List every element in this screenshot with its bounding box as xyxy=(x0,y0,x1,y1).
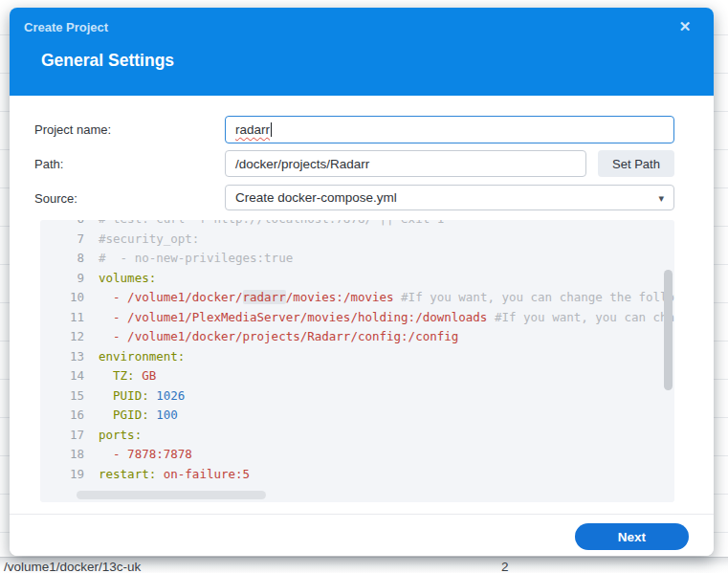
text-caret xyxy=(271,122,272,137)
project-name-label: Project name: xyxy=(34,122,111,137)
code-line: 9volumes: xyxy=(40,269,674,289)
code-line: 19restart: on-failure:5 xyxy=(40,465,674,485)
path-label: Path: xyxy=(34,157,63,171)
dialog-title: Create Project xyxy=(24,20,108,34)
code-line: 14 TZ: GB xyxy=(40,366,674,386)
line-number: 6 xyxy=(40,220,84,230)
code-line: 10 - /volume1/docker/radarr/movies:/movi… xyxy=(40,288,674,308)
line-number: 10 xyxy=(40,288,84,308)
code-line: 18 - 7878:7878 xyxy=(40,445,674,465)
source-label: Source: xyxy=(34,191,77,206)
line-number: 11 xyxy=(40,308,84,328)
create-project-dialog: Create Project ✕ General Settings Projec… xyxy=(10,8,714,556)
next-button[interactable]: Next xyxy=(575,523,689,550)
code-line: 7#security_opt: xyxy=(40,230,674,250)
source-selected-value: Create docker-compose.yml xyxy=(235,190,397,205)
vertical-scrollbar-thumb[interactable] xyxy=(664,270,673,390)
line-number: 7 xyxy=(40,230,84,250)
line-number: 16 xyxy=(40,406,84,426)
line-number: 19 xyxy=(40,465,84,485)
dialog-header: Create Project ✕ General Settings xyxy=(10,8,714,96)
code-line: 15 PUID: 1026 xyxy=(40,386,674,407)
section-title: General Settings xyxy=(41,51,174,71)
chevron-down-icon: ▾ xyxy=(658,191,664,204)
path-input[interactable]: /docker/projects/Radarr xyxy=(225,150,586,177)
project-name-input[interactable]: radarr xyxy=(225,116,674,143)
code-line: 8# - no-new-privileges:true xyxy=(40,249,674,269)
line-number: 9 xyxy=(40,269,84,289)
path-value: /docker/projects/Radarr xyxy=(235,157,369,171)
background-row-path: /volume1/docker/13c-uk xyxy=(4,560,141,573)
code-line: 12 - /volume1/docker/projects/Radarr/con… xyxy=(40,327,674,347)
background-row-count: 2 xyxy=(501,560,509,573)
horizontal-scrollbar-thumb[interactable] xyxy=(77,491,266,499)
project-name-value: radarr xyxy=(235,122,270,137)
line-number: 17 xyxy=(40,426,84,446)
code-line: 16 PGID: 100 xyxy=(40,406,674,426)
background-table-row: /volume1/docker/13c-uk 2 xyxy=(0,557,728,573)
compose-yaml-editor[interactable]: 6# test: curl -f http://localhost:7878/ … xyxy=(40,220,674,502)
line-number: 18 xyxy=(40,445,84,465)
line-number: 8 xyxy=(40,249,84,269)
close-icon[interactable]: ✕ xyxy=(675,17,695,36)
line-number: 12 xyxy=(40,327,84,347)
line-number: 14 xyxy=(40,366,84,386)
line-number: 15 xyxy=(40,386,84,407)
dialog-footer: Next xyxy=(10,514,714,556)
set-path-button[interactable]: Set Path xyxy=(598,150,674,177)
code-line: 6# test: curl -f http://localhost:7878/ … xyxy=(40,220,674,230)
line-number: 13 xyxy=(40,347,84,367)
code-line: 13environment: xyxy=(40,347,674,367)
code-line: 17ports: xyxy=(40,426,674,446)
code-line: 11 - /volume1/PlexMediaServer/movies/hol… xyxy=(40,308,674,328)
code-lines: 6# test: curl -f http://localhost:7878/ … xyxy=(40,220,674,484)
source-dropdown[interactable]: Create docker-compose.yml ▾ xyxy=(225,185,674,210)
